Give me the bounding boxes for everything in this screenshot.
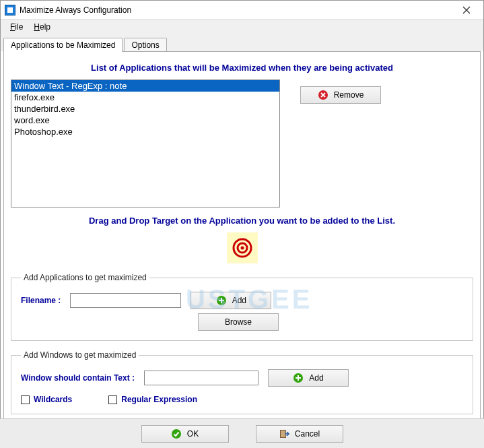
legend-add-windows: Add Windows to get maximized: [21, 350, 139, 360]
legend-add-applications: Add Applications to get maximized: [21, 273, 149, 282]
cancel-label: Cancel: [295, 429, 320, 439]
exit-icon: [279, 428, 289, 439]
svg-rect-8: [281, 430, 285, 437]
window-title: Maximize Always Configuration: [20, 5, 454, 15]
wildcards-label: Wildcards: [34, 395, 72, 404]
ok-button[interactable]: OK: [141, 425, 229, 443]
checkbox-icon: [21, 395, 30, 404]
list-item[interactable]: firefox.exe: [11, 92, 279, 103]
remove-button[interactable]: Remove: [300, 86, 381, 104]
ok-label: OK: [187, 429, 199, 439]
wildcards-checkbox[interactable]: Wildcards: [21, 395, 72, 404]
list-item[interactable]: Photoshop.exe: [11, 126, 279, 137]
svg-point-3: [240, 247, 244, 250]
filename-label: Filename :: [21, 296, 61, 305]
plus-icon: [216, 295, 227, 306]
drag-target[interactable]: [227, 232, 258, 263]
footer: OK Cancel: [0, 418, 484, 448]
menu-file[interactable]: File: [6, 21, 27, 33]
group-add-applications: Add Applications to get maximized Filena…: [11, 273, 473, 341]
add-app-button[interactable]: Add: [191, 292, 271, 309]
titlebar: Maximize Always Configuration: [1, 1, 483, 20]
target-icon: [232, 238, 252, 258]
plus-icon: [293, 373, 304, 383]
group-add-windows: Add Windows to get maximized Window shou…: [11, 350, 473, 414]
window-text-input[interactable]: [144, 371, 258, 385]
check-icon: [171, 428, 182, 439]
window-text-label: Window should contain Text :: [21, 373, 135, 383]
add-app-label: Add: [232, 296, 246, 305]
tab-applications[interactable]: Applications to be Maximized: [3, 38, 123, 52]
tabstrip: Applications to be Maximized Options: [1, 34, 483, 51]
close-button[interactable]: [454, 1, 479, 19]
cancel-button[interactable]: Cancel: [256, 425, 343, 443]
checkbox-icon: [108, 395, 117, 404]
error-icon: [318, 90, 329, 100]
tab-options[interactable]: Options: [124, 38, 166, 52]
close-icon: [461, 5, 472, 15]
browse-label: Browse: [225, 317, 252, 327]
add-window-button[interactable]: Add: [268, 369, 349, 387]
svg-point-6: [172, 429, 181, 439]
list-item[interactable]: thunderbird.exe: [11, 103, 279, 115]
remove-label: Remove: [334, 90, 364, 100]
menu-help[interactable]: Help: [30, 21, 55, 33]
regex-checkbox[interactable]: Regular Expression: [108, 395, 197, 404]
instruction-list: List of Applications that will be Maximi…: [11, 63, 473, 73]
filename-input[interactable]: [70, 293, 181, 308]
app-icon: [5, 5, 15, 15]
browse-button[interactable]: Browse: [198, 313, 279, 331]
menubar: File Help: [1, 20, 483, 34]
list-item[interactable]: word.exe: [11, 115, 279, 126]
instruction-drag: Drag and Drop Target on the Application …: [11, 216, 473, 226]
regex-label: Regular Expression: [121, 395, 197, 404]
tabpanel-applications: List of Applications that will be Maximi…: [3, 51, 481, 428]
list-item[interactable]: Window Text - RegExp : note: [11, 80, 279, 92]
app-listbox[interactable]: Window Text - RegExp : note firefox.exe …: [11, 79, 280, 207]
add-window-label: Add: [309, 373, 323, 383]
